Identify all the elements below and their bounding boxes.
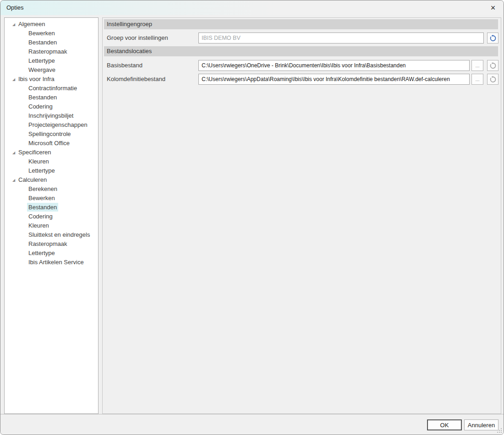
sidebar-item-label: Inschrijvingsbiljet <box>27 111 75 120</box>
browse-kolomdefinitiebestand-button[interactable]: ... <box>471 74 483 85</box>
sidebar-item-specificeren[interactable]: ◢Specificeren <box>5 148 98 157</box>
sidebar-item-label: Sluittekst en eindregels <box>27 230 91 239</box>
sidebar-item-label: Kleuren <box>27 157 50 166</box>
sidebar-item-label: Lettertype <box>27 56 56 65</box>
groep-voor-instellingen-input[interactable] <box>198 33 484 44</box>
sidebar-item-label: Codering <box>27 212 54 221</box>
sidebar-item-label: Rasteropmaak <box>27 47 69 56</box>
sidebar-item-algemeen[interactable]: ◢Algemeen <box>5 20 98 29</box>
sidebar-item-label: Spellingcontrole <box>27 130 72 138</box>
sidebar-item-label: Microsoft Office <box>27 139 71 147</box>
sidebar-item-algemeen-rasteropmaak[interactable]: Rasteropmaak <box>5 47 98 56</box>
reset-icon <box>489 62 497 69</box>
sidebar-item-calculeren-sluittekst[interactable]: Sluittekst en eindregels <box>5 230 98 239</box>
sidebar-item-label: Lettertype <box>27 249 56 257</box>
sidebar-item-calculeren[interactable]: ◢Calculeren <box>5 175 98 185</box>
section-header-bestandslocaties: Bestandslocaties <box>104 46 498 56</box>
sidebar-item-calculeren-lettertype[interactable]: Lettertype <box>5 249 98 258</box>
sidebar-item-infra-contractinformatie[interactable]: Contractinformatie <box>5 84 98 93</box>
reset-basisbestand-button[interactable] <box>487 60 499 71</box>
sidebar-item-calculeren-kleuren[interactable]: Kleuren <box>5 221 98 230</box>
sidebar-item-algemeen-lettertype[interactable]: Lettertype <box>5 56 98 65</box>
sidebar-item-label: Ibis Artikelen Service <box>27 258 85 266</box>
sidebar-item-algemeen-bewerken[interactable]: Bewerken <box>5 29 98 38</box>
sidebar-item-specificeren-lettertype[interactable]: Lettertype <box>5 166 98 175</box>
section-header-instellingengroep: Instellingengroep <box>104 19 498 29</box>
settings-tree: ◢Algemeen Bewerken Bestanden Rasteropmaa… <box>4 17 99 414</box>
sidebar-item-label: Calculeren <box>17 175 48 184</box>
sidebar-item-calculeren-bestanden[interactable]: Bestanden <box>5 203 98 212</box>
sidebar-item-infra-codering[interactable]: Codering <box>5 102 98 111</box>
sidebar-item-infra-projecteigenschappen[interactable]: Projecteigenschappen <box>5 120 98 130</box>
sidebar-item-label: Berekenen <box>27 185 59 193</box>
basisbestand-input[interactable] <box>198 60 470 71</box>
reset-groep-button[interactable] <box>487 33 499 44</box>
sidebar-item-infra-spellingcontrole[interactable]: Spellingcontrole <box>5 130 98 139</box>
sidebar-item-label: Bestanden <box>27 93 58 102</box>
sidebar-item-calculeren-rasteropmaak[interactable]: Rasteropmaak <box>5 239 98 249</box>
options-dialog: Opties × ◢Algemeen Bewerken Bestanden Ra… <box>0 0 504 435</box>
ok-button[interactable]: OK <box>427 419 462 430</box>
browse-basisbestand-button[interactable]: ... <box>471 60 483 71</box>
title-bar: Opties × <box>0 0 504 15</box>
sidebar-item-label: Algemeen <box>17 20 47 28</box>
reset-icon <box>489 34 497 42</box>
sidebar-item-calculeren-bewerken[interactable]: Bewerken <box>5 194 98 203</box>
sidebar-item-label: Weergave <box>27 65 57 74</box>
sidebar-item-specificeren-kleuren[interactable]: Kleuren <box>5 157 98 166</box>
sidebar-item-label: Codering <box>27 102 54 111</box>
sidebar-item-algemeen-weergave[interactable]: Weergave <box>5 65 98 75</box>
cancel-button[interactable]: Annuleren <box>464 419 499 430</box>
sidebar-item-label: Bewerken <box>27 194 56 202</box>
sidebar-item-ibis-voor-infra[interactable]: ◢Ibis voor Infra <box>5 75 98 84</box>
basisbestand-label: Basisbestand <box>107 60 142 71</box>
reset-icon <box>489 76 497 83</box>
resize-grip[interactable] <box>497 428 498 429</box>
sidebar-item-label: Contractinformatie <box>27 84 78 92</box>
sidebar-item-calculeren-berekenen[interactable]: Berekenen <box>5 185 98 194</box>
dialog-title: Opties <box>6 0 24 15</box>
sidebar-item-algemeen-bestanden[interactable]: Bestanden <box>5 38 98 47</box>
sidebar-item-infra-inschrijvingsbiljet[interactable]: Inschrijvingsbiljet <box>5 111 98 120</box>
sidebar-item-label: Kleuren <box>27 221 50 230</box>
sidebar-item-infra-microsoft-office[interactable]: Microsoft Office <box>5 139 98 148</box>
reset-kolomdefinitiebestand-button[interactable] <box>487 74 499 85</box>
sidebar-item-label: Bewerken <box>27 29 56 38</box>
sidebar-item-label: Specificeren <box>17 148 53 157</box>
kolomdefinitiebestand-input[interactable] <box>198 74 470 85</box>
sidebar-item-label: Projecteigenschappen <box>27 120 89 129</box>
kolomdefinitiebestand-label: Kolomdefinitiebestand <box>107 74 165 85</box>
sidebar-item-calculeren-ibis-artikelen-service[interactable]: Ibis Artikelen Service <box>5 258 98 267</box>
groep-voor-instellingen-label: Groep voor instellingen <box>107 33 168 44</box>
sidebar-item-label-selected: Bestanden <box>27 203 58 212</box>
sidebar-item-label: Rasteropmaak <box>27 239 69 248</box>
sidebar-item-calculeren-codering[interactable]: Codering <box>5 212 98 221</box>
sidebar-item-infra-bestanden[interactable]: Bestanden <box>5 93 98 102</box>
button-bar: OK Annuleren <box>0 414 504 435</box>
close-icon[interactable]: × <box>482 0 504 15</box>
sidebar-item-label: Lettertype <box>27 166 56 175</box>
sidebar-item-label: Ibis voor Infra <box>17 75 56 83</box>
settings-panel: Instellingengroep Groep voor instellinge… <box>102 17 501 414</box>
sidebar-item-label: Bestanden <box>27 38 58 47</box>
